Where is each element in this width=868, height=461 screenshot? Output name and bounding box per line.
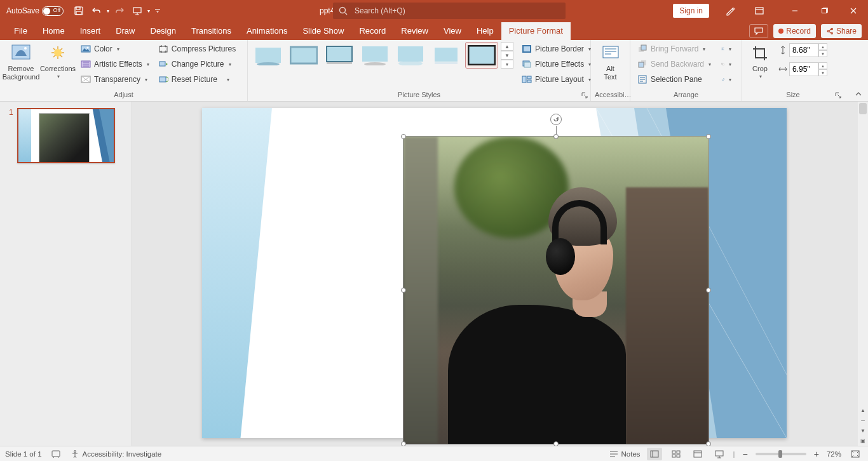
picture-layout-button[interactable]: Picture Layout▾ [519,72,594,86]
save-icon[interactable] [71,3,86,18]
reset-picture-button[interactable]: Reset Picture▾ [155,72,239,86]
maximize-button[interactable] [810,0,839,22]
slideshow-view-icon[interactable] [712,448,727,460]
style-item-4[interactable] [358,42,391,69]
sorter-view-icon[interactable] [668,448,684,460]
style-item-7[interactable] [465,42,498,69]
resize-handle-bl[interactable] [401,441,406,446]
slide-stage[interactable]: ▲ ─ ▼ ▣ [132,102,868,446]
collapse-ribbon-icon[interactable] [853,90,864,98]
style-item-2[interactable] [287,42,320,69]
picture-styles-gallery[interactable]: ▲▼▾ [252,42,513,69]
ribbon-mode-icon[interactable] [745,0,774,22]
fit-icon[interactable]: ▣ [858,436,868,446]
transparency-button[interactable]: Transparency▾ [78,72,153,86]
language-icon[interactable] [51,449,61,459]
zoom-in-button[interactable]: + [813,449,820,459]
resize-handle-tl[interactable] [401,134,406,139]
gallery-up-icon[interactable]: ▲ [501,42,513,51]
redo-icon[interactable] [112,3,127,18]
tab-draw[interactable]: Draw [108,22,142,40]
fit-to-window-icon[interactable] [848,448,863,460]
zoom-out-button[interactable]: − [742,449,749,459]
record-button[interactable]: Record [773,24,816,38]
prev-slide-icon[interactable]: ▲ [858,405,868,415]
color-button[interactable]: Color▾ [78,42,153,56]
height-down[interactable]: ▼ [818,50,827,57]
resize-handle-b[interactable] [553,441,559,446]
tab-transitions[interactable]: Transitions [184,22,239,40]
remove-background-button[interactable]: Remove Background [4,42,38,88]
tab-record[interactable]: Record [351,22,393,40]
tab-animations[interactable]: Animations [239,22,295,40]
size-launcher-icon[interactable] [834,91,843,100]
tab-design[interactable]: Design [143,22,184,40]
reading-view-icon[interactable] [690,448,705,460]
resize-handle-r[interactable] [706,288,711,293]
slide-indicator[interactable]: Slide 1 of 1 [5,450,42,458]
undo-dropdown[interactable]: ▾ [107,8,109,14]
pen-icon[interactable] [715,0,745,22]
tab-picture-format[interactable]: Picture Format [501,22,571,40]
selected-picture[interactable] [403,136,709,444]
width-input[interactable] [789,62,818,76]
next-slide-icon[interactable]: ▼ [858,425,868,436]
picture-effects-button[interactable]: Picture Effects▾ [519,57,594,71]
tab-file[interactable]: File [6,22,35,40]
normal-view-icon[interactable] [647,448,662,460]
tab-slideshow[interactable]: Slide Show [295,22,351,40]
zoom-slider-knob[interactable] [778,450,782,458]
autosave-switch[interactable]: Off [42,6,64,16]
height-input[interactable] [789,43,818,57]
share-button[interactable]: Share [821,24,862,38]
compress-pictures-button[interactable]: Compress Pictures [155,42,239,56]
align-button[interactable]: ▾ [718,42,735,56]
picture-border-button[interactable]: Picture Border▾ [519,42,594,56]
width-field[interactable]: ▲▼ [776,62,830,76]
slide-canvas[interactable] [202,108,787,438]
undo-icon[interactable] [89,3,104,18]
rotate-handle[interactable] [550,114,562,125]
corrections-button[interactable]: Corrections▾ [41,42,75,88]
notes-button[interactable]: Notes [609,449,641,459]
artistic-effects-button[interactable]: Artistic Effects▾ [78,57,153,71]
bring-forward-button[interactable]: Bring Forward▾ [634,42,714,56]
tab-view[interactable]: View [436,22,469,40]
resize-handle-l[interactable] [401,288,406,293]
present-from-beginning-icon[interactable] [130,3,145,18]
zoom-level[interactable]: 72% [827,450,841,458]
styles-launcher-icon[interactable] [580,91,589,100]
search-box[interactable]: Search (Alt+Q) [333,3,566,19]
slide-thumbnails-panel[interactable]: 1 [0,102,132,446]
width-up[interactable]: ▲ [818,62,827,69]
style-item-6[interactable] [430,42,463,69]
crop-button[interactable]: Crop▾ [746,42,774,88]
height-up[interactable]: ▲ [818,43,827,50]
style-item-3[interactable] [323,42,356,69]
width-down[interactable]: ▼ [818,69,827,76]
tab-review[interactable]: Review [393,22,436,40]
qat-customize-icon[interactable] [153,3,163,18]
gallery-scroll[interactable]: ▲▼▾ [501,42,513,69]
send-backward-button[interactable]: Send Backward▾ [634,57,714,71]
present-dropdown[interactable]: ▾ [147,8,150,14]
resize-handle-t[interactable] [553,134,559,139]
gallery-down-icon[interactable]: ▼ [501,51,513,60]
gallery-more-icon[interactable]: ▾ [501,60,513,69]
style-item-5[interactable] [394,42,427,69]
group-button[interactable]: ▾ [718,57,735,71]
resize-handle-br[interactable] [706,441,711,446]
tab-help[interactable]: Help [469,22,501,40]
comments-button[interactable] [749,24,768,38]
selection-pane-button[interactable]: Selection Pane [634,72,714,86]
minimize-button[interactable] [780,0,810,22]
close-button[interactable] [839,0,868,22]
rotate-button[interactable]: ▾ [718,72,735,86]
height-field[interactable]: ▲▼ [776,43,830,57]
style-item-1[interactable] [252,42,285,69]
tab-insert[interactable]: Insert [72,22,109,40]
sign-in-button[interactable]: Sign in [673,4,709,18]
zoom-slider[interactable] [756,453,806,455]
slide-thumbnail-1[interactable] [17,108,115,163]
change-picture-button[interactable]: Change Picture▾ [155,57,239,71]
